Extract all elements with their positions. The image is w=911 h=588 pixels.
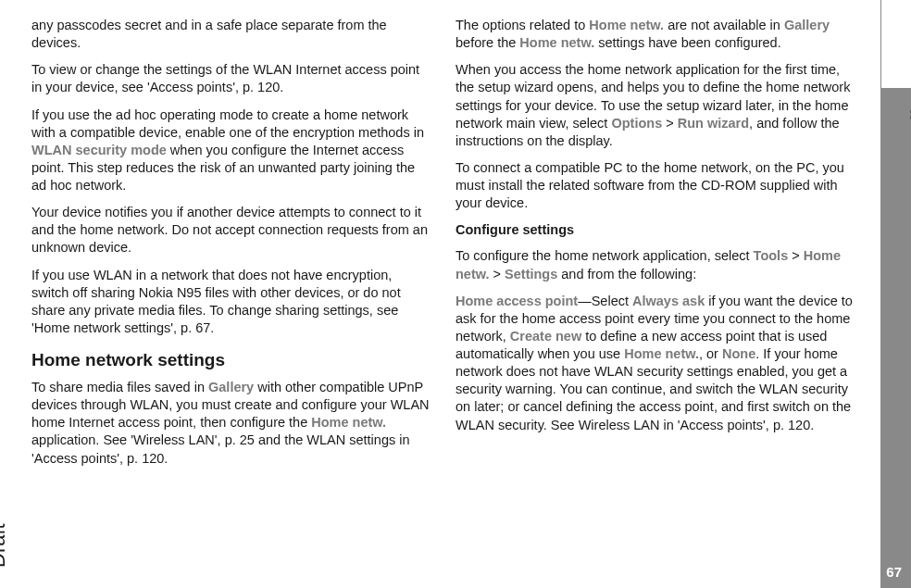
text: settings have been configured. [594, 35, 781, 50]
side-tab-fill [880, 88, 911, 588]
text: The options related to [456, 18, 589, 32]
configure-settings-heading: Configure settings [456, 221, 855, 239]
home-netw-label: Home netw. [311, 415, 386, 430]
text: If you use the ad hoc operating mode to … [31, 107, 424, 140]
paragraph: To configure the home network applicatio… [456, 247, 855, 282]
paragraph: When you access the home network applica… [456, 61, 855, 150]
section-heading: Home network settings [31, 348, 431, 371]
text: are not available in [664, 18, 784, 32]
run-wizard-label: Run wizard [678, 116, 749, 131]
right-column: The options related to Home netw. are no… [456, 17, 855, 477]
options-label: Options [611, 116, 662, 131]
home-access-point-label: Home access point [456, 294, 578, 308]
paragraph: To share media files saved in Gallery wi… [31, 379, 431, 468]
home-netw-label: Home netw. [624, 346, 699, 361]
gallery-label: Gallery [208, 380, 254, 394]
paragraph: If you use WLAN in a network that does n… [31, 267, 431, 338]
home-netw-label: Home netw. [589, 18, 664, 32]
settings-label: Settings [505, 267, 557, 281]
paragraph: Home access point—Select Always ask if y… [456, 293, 855, 434]
home-netw-label: Home netw. [519, 35, 594, 50]
text: —Select [578, 294, 632, 308]
paragraph: To connect a compatible PC to the home n… [456, 159, 855, 212]
side-tab-label: Gallery [906, 79, 911, 146]
paragraph: any passcodes secret and in a safe place… [31, 17, 431, 52]
page-body: any passcodes secret and in a safe place… [0, 0, 911, 494]
text: To share media files saved in [31, 380, 208, 394]
text: > [788, 248, 804, 263]
wlan-security-mode-label: WLAN security mode [31, 143, 167, 157]
text: and from the following: [557, 267, 696, 281]
text: > [490, 267, 505, 281]
none-label: None [722, 346, 755, 361]
paragraph: To view or change the settings of the WL… [31, 61, 431, 96]
paragraph: Your device notifies you if another devi… [31, 204, 431, 256]
create-new-label: Create new [510, 329, 581, 344]
page-number: 67 [886, 564, 902, 580]
text: , or [699, 346, 722, 361]
tools-label: Tools [754, 248, 789, 263]
left-column: any passcodes secret and in a safe place… [31, 17, 431, 477]
text: > [662, 116, 678, 131]
gallery-label: Gallery [784, 18, 830, 32]
paragraph: If you use the ad hoc operating mode to … [31, 106, 431, 195]
paragraph: The options related to Home netw. are no… [456, 17, 855, 52]
text: before the [456, 35, 519, 50]
always-ask-label: Always ask [632, 294, 705, 308]
draft-watermark: Draft [0, 523, 10, 568]
text: application. See 'Wireless LAN', p. 25 a… [31, 432, 410, 465]
text: To configure the home network applicatio… [456, 248, 754, 263]
